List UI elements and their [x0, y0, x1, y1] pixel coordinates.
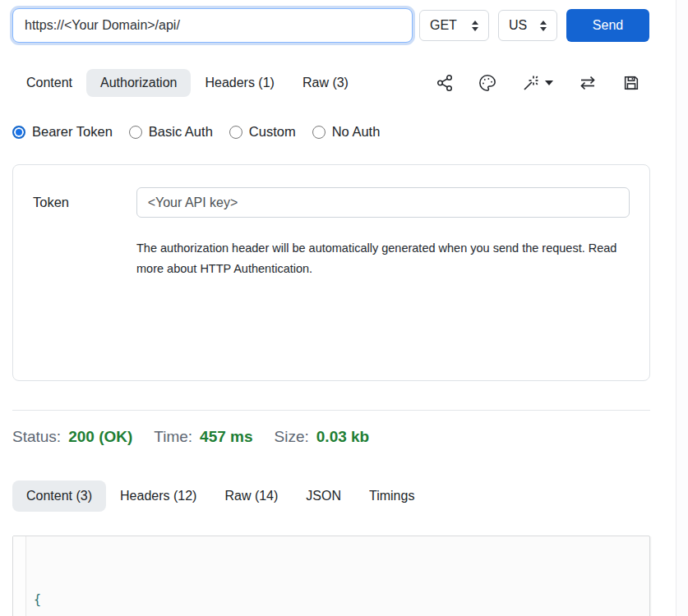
status-group: Status: 200 (OK): [12, 428, 132, 446]
size-label: Size:: [275, 428, 309, 446]
tab-headers[interactable]: Headers (1): [191, 69, 288, 97]
time-label: Time:: [154, 428, 192, 446]
resp-tab-headers[interactable]: Headers (12): [106, 480, 210, 512]
response-tabs: Content (3) Headers (12) Raw (14) JSON T…: [12, 480, 650, 512]
status-label: Status:: [12, 428, 61, 446]
response-status-row: Status: 200 (OK) Time: 457 ms Size: 0.03…: [12, 428, 369, 446]
token-label: Token: [33, 195, 136, 210]
request-toolbar: [436, 73, 650, 93]
magic-wand-icon[interactable]: [521, 73, 553, 93]
bearer-token-panel: Token The authorization header will be a…: [12, 164, 650, 381]
tab-authorization[interactable]: Authorization: [86, 69, 191, 97]
auth-option-label: Custom: [249, 124, 296, 140]
size-value: 0.03 kb: [316, 428, 369, 446]
token-row: Token: [33, 187, 630, 218]
send-button[interactable]: Send: [566, 9, 649, 42]
size-group: Size: 0.03 kb: [275, 428, 370, 446]
code-line: {: [34, 589, 649, 610]
request-tabs: Content Authorization Headers (1) Raw (3…: [12, 69, 650, 97]
auth-option-label: Bearer Token: [32, 124, 113, 140]
api-client-page: GET US Send Content Authorization Header…: [0, 0, 688, 616]
tab-content[interactable]: Content: [12, 69, 86, 97]
auth-option-custom[interactable]: Custom: [229, 124, 296, 140]
swap-arrows-icon[interactable]: [578, 73, 598, 93]
token-help-text: The authorization header will be automat…: [136, 238, 620, 279]
radio-no-auth[interactable]: [312, 126, 326, 139]
response-json: { "message": "API running." }: [26, 536, 649, 616]
resp-tab-raw[interactable]: Raw (14): [210, 480, 292, 512]
response-body[interactable]: { "message": "API running." }: [12, 536, 650, 616]
json-open-brace: {: [34, 592, 41, 607]
time-group: Time: 457 ms: [154, 428, 252, 446]
url-input[interactable]: [12, 8, 413, 43]
time-value: 457 ms: [200, 428, 252, 446]
page-right-gutter: [676, 0, 688, 616]
token-input[interactable]: [136, 187, 630, 218]
auth-type-options: Bearer Token Basic Auth Custom No Auth: [12, 124, 380, 140]
resp-tab-timings[interactable]: Timings: [355, 480, 428, 512]
auth-option-basic-auth[interactable]: Basic Auth: [129, 124, 213, 140]
method-select[interactable]: GET: [419, 10, 489, 41]
region-select[interactable]: US: [498, 10, 557, 41]
auth-option-bearer-token[interactable]: Bearer Token: [12, 124, 113, 140]
code-gutter: [13, 536, 26, 616]
share-icon[interactable]: [436, 74, 454, 92]
status-value: 200 (OK): [68, 428, 132, 446]
palette-icon[interactable]: [478, 74, 496, 92]
region-select-value: US: [509, 18, 527, 33]
radio-custom[interactable]: [229, 126, 242, 139]
auth-option-no-auth[interactable]: No Auth: [312, 124, 381, 140]
resp-tab-json[interactable]: JSON: [292, 480, 355, 512]
chevron-down-icon: [545, 80, 553, 85]
auth-option-label: Basic Auth: [149, 124, 213, 140]
save-icon[interactable]: [622, 74, 640, 92]
select-arrows-icon: [540, 21, 547, 31]
auth-option-label: No Auth: [332, 124, 381, 140]
radio-basic-auth[interactable]: [129, 126, 142, 139]
method-select-value: GET: [430, 18, 457, 33]
radio-bearer-token[interactable]: [12, 126, 25, 139]
section-divider: [12, 410, 650, 411]
resp-tab-content[interactable]: Content (3): [12, 480, 106, 512]
select-arrows-icon: [472, 21, 478, 31]
request-bar: GET US Send: [12, 8, 650, 43]
tab-raw[interactable]: Raw (3): [289, 69, 362, 97]
